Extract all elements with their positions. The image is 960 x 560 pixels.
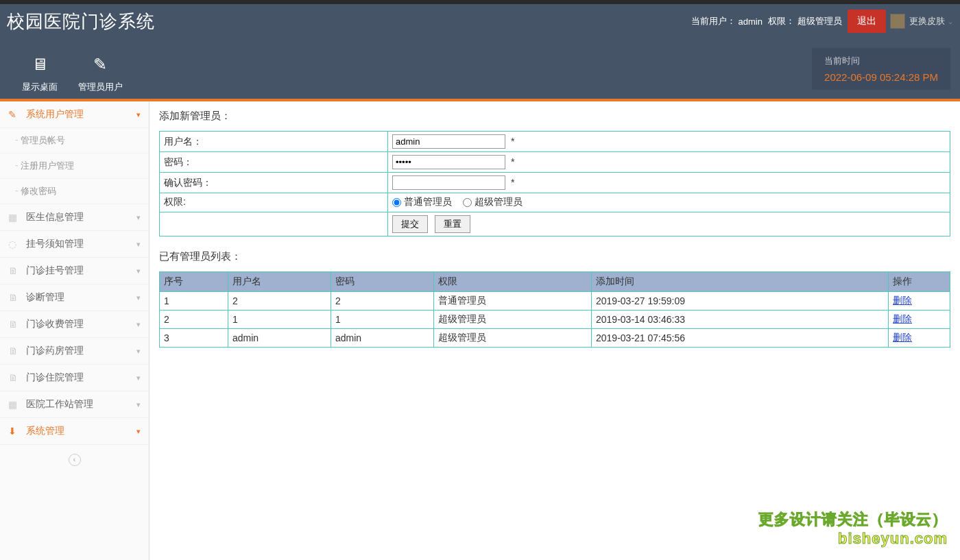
table-cell-op: 删除 bbox=[889, 328, 950, 347]
th-op: 操作 bbox=[889, 271, 950, 291]
chevron-down-icon: ▾ bbox=[136, 400, 141, 409]
table-cell: 超级管理员 bbox=[434, 310, 592, 328]
sidebar-item-system-manage[interactable]: ⬇ 系统管理 ▾ bbox=[0, 418, 149, 445]
admin-form-table: 用户名： * 密码： * 确认密码： * bbox=[159, 131, 950, 236]
sidebar-sub-change-password[interactable]: 修改密码 bbox=[0, 179, 149, 204]
document-icon: 🗎 bbox=[8, 319, 22, 330]
sidebar-item-label: 挂号须知管理 bbox=[26, 238, 84, 250]
password-input[interactable] bbox=[392, 155, 505, 169]
toolbar: 🖥 显示桌面 ✎ 管理员用户 当前时间 2022-06-09 05:24:28 … bbox=[0, 38, 960, 99]
toolbar-admin-user[interactable]: ✎ 管理员用户 bbox=[70, 44, 130, 93]
table-cell: 2019-03-27 19:59:09 bbox=[592, 291, 889, 310]
sidebar-sub-admin-account[interactable]: 管理员帐号 bbox=[0, 128, 149, 154]
table-cell: admin bbox=[331, 328, 434, 347]
sidebar-collapse-bar: ‹ bbox=[0, 445, 149, 474]
password-label: 密码： bbox=[160, 152, 388, 173]
toolbar-items: 🖥 显示桌面 ✎ 管理员用户 bbox=[10, 44, 130, 93]
header: 校园医院门诊系统 当前用户： admin 权限： 超级管理员 退出 更换皮肤 ⌄ bbox=[0, 4, 960, 38]
toolbar-label: 显示桌面 bbox=[10, 81, 70, 93]
sidebar-item-label: 门诊药房管理 bbox=[26, 345, 84, 357]
logout-button[interactable]: 退出 bbox=[848, 10, 886, 33]
table-cell: 2 bbox=[331, 291, 434, 310]
table-header-row: 序号 用户名 密码 权限 添加时间 操作 bbox=[160, 271, 950, 291]
current-user-value: admin bbox=[739, 16, 763, 27]
header-right: 当前用户： admin 权限： 超级管理员 退出 更换皮肤 ⌄ bbox=[690, 10, 955, 33]
radio-normal-admin-input[interactable] bbox=[392, 198, 401, 207]
main: ✎ 系统用户管理 ▾ 管理员帐号 注册用户管理 修改密码 ▦ 医生信息管理 ▾ … bbox=[0, 101, 960, 560]
sidebar-sub-register-user[interactable]: 注册用户管理 bbox=[0, 154, 149, 179]
username-label: 用户名： bbox=[160, 132, 388, 152]
confirm-password-input[interactable] bbox=[392, 175, 505, 190]
table-row: 122普通管理员2019-03-27 19:59:09删除 bbox=[160, 291, 950, 310]
skin-icon[interactable] bbox=[890, 14, 905, 29]
th-role: 权限 bbox=[434, 271, 592, 291]
sidebar-item-label: 系统管理 bbox=[26, 425, 64, 437]
radio-super-admin[interactable]: 超级管理员 bbox=[463, 196, 523, 208]
table-cell: 普通管理员 bbox=[434, 291, 592, 310]
table-cell: 3 bbox=[160, 328, 228, 347]
table-cell-op: 删除 bbox=[889, 291, 950, 310]
table-cell: 1 bbox=[160, 291, 228, 310]
current-user-label: 当前用户： bbox=[691, 15, 736, 27]
content: 添加新管理员： 用户名： * 密码： * 确认密码： * bbox=[149, 101, 960, 560]
table-row: 3adminadmin超级管理员2019-03-21 07:45:56删除 bbox=[160, 328, 950, 347]
role-label: 权限： bbox=[768, 15, 795, 27]
document-icon: 🗎 bbox=[8, 345, 22, 356]
document-icon: 🗎 bbox=[8, 265, 22, 276]
th-seq: 序号 bbox=[160, 271, 228, 291]
toolbar-label: 管理员用户 bbox=[70, 81, 130, 93]
delete-link[interactable]: 删除 bbox=[893, 313, 912, 324]
pencil-icon: ✎ bbox=[8, 109, 22, 120]
sidebar-item-outpatient-pharmacy[interactable]: 🗎 门诊药房管理 ▾ bbox=[0, 338, 149, 365]
chevron-down-icon: ▾ bbox=[136, 427, 141, 436]
radio-normal-admin[interactable]: 普通管理员 bbox=[392, 196, 452, 208]
chevron-down-icon: ▾ bbox=[136, 213, 141, 222]
delete-link[interactable]: 删除 bbox=[893, 332, 912, 343]
th-user: 用户名 bbox=[228, 271, 331, 291]
skin-button[interactable]: 更换皮肤 bbox=[909, 15, 945, 27]
box-icon: ⬇ bbox=[8, 426, 22, 437]
chevron-down-icon: ▾ bbox=[136, 320, 141, 329]
sidebar-item-outpatient-fee[interactable]: 🗎 门诊收费管理 ▾ bbox=[0, 311, 149, 338]
sidebar-item-label: 门诊收费管理 bbox=[26, 318, 84, 330]
username-input[interactable] bbox=[392, 134, 505, 149]
document-icon: 🗎 bbox=[8, 292, 22, 303]
radio-super-admin-input[interactable] bbox=[463, 198, 472, 207]
chevron-down-icon: ▾ bbox=[136, 293, 141, 302]
sidebar-item-register-notice[interactable]: ◌ 挂号须知管理 ▾ bbox=[0, 231, 149, 258]
collapse-button[interactable]: ‹ bbox=[69, 454, 81, 466]
required-mark: * bbox=[511, 177, 514, 188]
sidebar-item-workstation[interactable]: ▦ 医院工作站管理 ▾ bbox=[0, 391, 149, 418]
th-pwd: 密码 bbox=[331, 271, 434, 291]
table-cell: 2 bbox=[228, 291, 331, 310]
table-cell: 1 bbox=[228, 310, 331, 328]
chevron-down-icon: ▾ bbox=[136, 347, 141, 356]
table-cell-op: 删除 bbox=[889, 310, 950, 328]
sidebar-item-outpatient-hospital[interactable]: 🗎 门诊住院管理 ▾ bbox=[0, 365, 149, 391]
table-cell: 超级管理员 bbox=[434, 328, 592, 347]
sidebar-item-doctor-info[interactable]: ▦ 医生信息管理 ▾ bbox=[0, 204, 149, 231]
table-cell: 2019-03-21 07:45:56 bbox=[592, 328, 889, 347]
circle-icon: ◌ bbox=[8, 239, 22, 249]
required-mark: * bbox=[511, 136, 514, 147]
sidebar-item-label: 门诊挂号管理 bbox=[26, 265, 84, 277]
radio-label: 超级管理员 bbox=[475, 196, 523, 208]
time-box: 当前时间 2022-06-09 05:24:28 PM bbox=[812, 48, 950, 90]
monitor-icon: 🖥 bbox=[10, 53, 70, 75]
delete-link[interactable]: 删除 bbox=[893, 295, 912, 306]
sidebar-item-label: 医生信息管理 bbox=[26, 211, 84, 223]
toolbar-show-desktop[interactable]: 🖥 显示桌面 bbox=[10, 44, 70, 93]
sidebar-item-label: 诊断管理 bbox=[26, 291, 64, 304]
form-section-title: 添加新管理员： bbox=[159, 110, 950, 123]
grid-icon: ▦ bbox=[8, 212, 22, 223]
sidebar-item-diagnosis[interactable]: 🗎 诊断管理 ▾ bbox=[0, 284, 149, 311]
app-title: 校园医院门诊系统 bbox=[7, 10, 155, 34]
grid-icon: ▦ bbox=[8, 399, 22, 410]
submit-button[interactable]: 提交 bbox=[392, 215, 428, 233]
chevron-down-icon: ▾ bbox=[136, 267, 141, 276]
confirm-password-label: 确认密码： bbox=[160, 173, 388, 193]
sidebar-item-outpatient-register[interactable]: 🗎 门诊挂号管理 ▾ bbox=[0, 258, 149, 284]
sidebar-item-label: 门诊住院管理 bbox=[26, 372, 84, 384]
sidebar-item-system-user[interactable]: ✎ 系统用户管理 ▾ bbox=[0, 101, 149, 128]
reset-button[interactable]: 重置 bbox=[435, 215, 470, 233]
